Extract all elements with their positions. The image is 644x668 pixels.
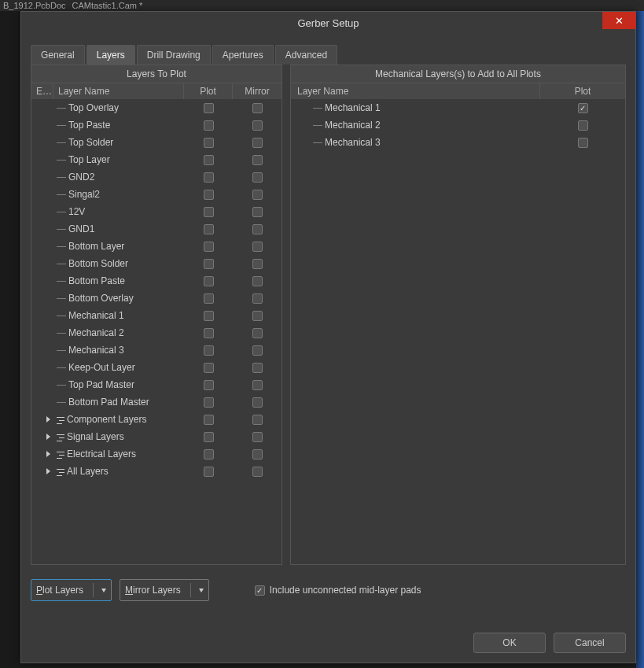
close-button[interactable]: ✕ <box>602 12 635 29</box>
expand-cell[interactable] <box>31 434 53 440</box>
tab-layers[interactable]: Layers <box>86 45 135 65</box>
mirror-checkbox[interactable] <box>252 190 263 200</box>
plot-checkbox[interactable] <box>204 415 214 425</box>
mirror-checkbox[interactable] <box>252 207 263 217</box>
plot-checkbox[interactable] <box>204 172 214 183</box>
mirror-layers-dropdown[interactable]: Mirror Layers <box>120 579 209 601</box>
checkbox-icon[interactable] <box>255 585 265 596</box>
col-layer-name[interactable]: Layer Name <box>291 83 540 99</box>
plot-checkbox[interactable] <box>204 363 214 373</box>
plot-checkbox[interactable] <box>204 380 214 390</box>
layer-row[interactable]: —GND2 <box>31 168 282 186</box>
layer-row[interactable]: —Bottom Pad Master <box>31 393 282 411</box>
plot-checkbox[interactable] <box>204 120 214 131</box>
plot-checkbox[interactable] <box>204 293 214 304</box>
expand-arrow-icon[interactable] <box>46 468 50 474</box>
layer-row[interactable]: Component Layers <box>31 411 282 428</box>
plot-checkbox[interactable] <box>204 449 214 459</box>
mech-layer-row[interactable]: —Mechanical 1 <box>291 99 625 116</box>
expand-arrow-icon[interactable] <box>46 451 50 457</box>
editor-tab[interactable]: CAMtastic1.Cam * <box>72 1 143 10</box>
layer-row[interactable]: Electrical Layers <box>31 445 282 463</box>
layer-row[interactable]: —Top Layer <box>31 151 282 168</box>
cancel-button[interactable]: Cancel <box>554 633 626 653</box>
plot-checkbox[interactable] <box>204 328 214 338</box>
mirror-checkbox[interactable] <box>252 311 263 321</box>
plot-checkbox[interactable] <box>204 207 214 217</box>
col-layer-name[interactable]: Layer Name <box>53 83 184 99</box>
plot-checkbox[interactable] <box>204 103 214 113</box>
plot-checkbox[interactable] <box>204 311 214 321</box>
layer-row[interactable]: —Mechanical 2 <box>31 324 282 341</box>
mirror-checkbox[interactable] <box>252 224 263 234</box>
expand-arrow-icon[interactable] <box>46 416 50 423</box>
mirror-checkbox[interactable] <box>252 138 263 148</box>
mech-layer-row[interactable]: —Mechanical 3 <box>291 134 625 151</box>
plot-checkbox[interactable] <box>204 259 214 269</box>
plot-checkbox[interactable] <box>204 397 214 408</box>
mirror-checkbox[interactable] <box>252 415 263 425</box>
layer-row[interactable]: —GND1 <box>31 220 282 238</box>
mirror-checkbox[interactable] <box>252 397 263 408</box>
plot-checkbox[interactable] <box>204 276 214 286</box>
expand-arrow-icon[interactable] <box>46 434 50 440</box>
layer-row[interactable]: —Top Overlay <box>31 99 282 116</box>
expand-cell[interactable] <box>31 451 53 457</box>
plot-checkbox[interactable] <box>204 242 214 252</box>
layer-row[interactable]: —Keep-Out Layer <box>31 359 282 376</box>
mirror-checkbox[interactable] <box>252 103 263 113</box>
plot-checkbox[interactable] <box>204 467 214 477</box>
mirror-checkbox[interactable] <box>252 242 263 252</box>
plot-checkbox[interactable] <box>578 103 588 113</box>
expand-cell[interactable] <box>31 416 53 423</box>
plot-checkbox[interactable] <box>204 138 214 148</box>
plot-checkbox[interactable] <box>204 345 214 356</box>
plot-checkbox[interactable] <box>204 432 214 442</box>
layer-row[interactable]: All Layers <box>31 463 282 480</box>
plot-checkbox[interactable] <box>578 138 588 148</box>
editor-tab[interactable]: B_1912.PcbDoc <box>3 1 66 10</box>
mirror-checkbox[interactable] <box>252 363 263 373</box>
layer-row[interactable]: —Top Pad Master <box>31 376 282 393</box>
ok-button[interactable]: OK <box>473 633 546 653</box>
col-plot[interactable]: Plot <box>184 83 233 99</box>
layer-row[interactable]: —Bottom Solder <box>31 255 282 272</box>
mirror-checkbox[interactable] <box>252 155 263 165</box>
include-mid-layer-pads[interactable]: Include unconnected mid-layer pads <box>255 585 421 596</box>
mirror-checkbox[interactable] <box>252 259 263 269</box>
layer-row[interactable]: —Top Solder <box>31 134 282 151</box>
plot-checkbox[interactable] <box>204 190 214 200</box>
layer-row[interactable]: —Top Paste <box>31 116 282 134</box>
mirror-checkbox[interactable] <box>252 172 263 183</box>
mirror-checkbox[interactable] <box>252 328 263 338</box>
plot-layers-dropdown[interactable]: Plot Layers <box>31 579 112 601</box>
col-extension[interactable]: Ex... <box>31 83 53 99</box>
tab-advanced[interactable]: Advanced <box>275 45 337 65</box>
mirror-checkbox[interactable] <box>252 449 263 459</box>
col-mirror[interactable]: Mirror <box>233 83 282 99</box>
tab-general[interactable]: General <box>31 45 85 65</box>
mech-layer-row[interactable]: —Mechanical 2 <box>291 116 625 134</box>
col-plot[interactable]: Plot <box>540 83 625 99</box>
layer-row[interactable]: —Bottom Overlay <box>31 290 282 307</box>
layer-row[interactable]: —Mechanical 3 <box>31 341 282 359</box>
expand-cell[interactable] <box>31 468 53 474</box>
layer-row[interactable]: —Bottom Layer <box>31 238 282 255</box>
layer-row[interactable]: —Singal2 <box>31 186 282 203</box>
mirror-checkbox[interactable] <box>252 432 263 442</box>
tab-apertures[interactable]: Apertures <box>212 45 274 65</box>
layer-row[interactable]: —Mechanical 1 <box>31 307 282 324</box>
layer-row[interactable]: —12V <box>31 203 282 220</box>
plot-checkbox[interactable] <box>578 120 588 131</box>
plot-checkbox[interactable] <box>204 224 214 234</box>
mirror-checkbox[interactable] <box>252 345 263 356</box>
mirror-checkbox[interactable] <box>252 293 263 304</box>
layer-row[interactable]: —Bottom Paste <box>31 272 282 290</box>
layer-row[interactable]: Signal Layers <box>31 428 282 445</box>
mirror-checkbox[interactable] <box>252 467 263 477</box>
tab-drill-drawing[interactable]: Drill Drawing <box>137 45 211 65</box>
plot-checkbox[interactable] <box>204 155 214 165</box>
mirror-checkbox[interactable] <box>252 120 263 131</box>
mirror-checkbox[interactable] <box>252 276 263 286</box>
mirror-checkbox[interactable] <box>252 380 263 390</box>
